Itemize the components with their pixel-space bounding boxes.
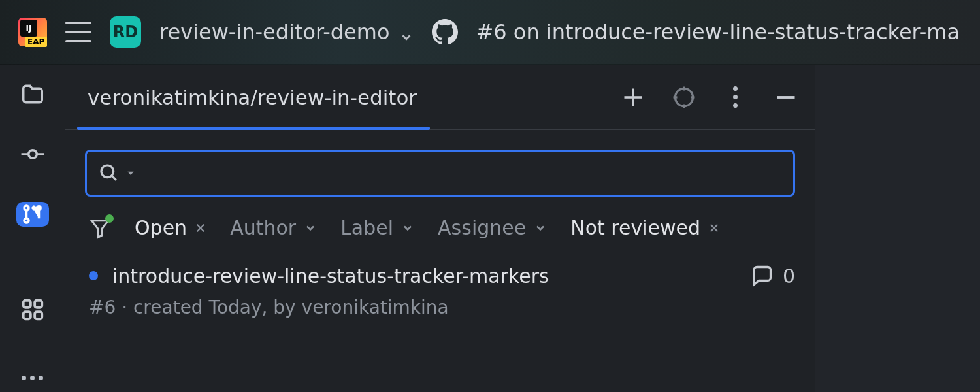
project-chip[interactable]: RD (110, 16, 141, 48)
new-pr-button[interactable] (621, 86, 645, 109)
pr-title: introduce-review-line-status-tracker-mar… (112, 265, 549, 287)
close-icon[interactable] (708, 222, 720, 234)
sidebar-project-tool[interactable] (16, 82, 49, 106)
close-icon[interactable] (195, 222, 206, 234)
pr-item[interactable]: introduce-review-line-status-tracker-mar… (89, 264, 795, 287)
minimize-panel-button[interactable] (774, 86, 798, 109)
search-wrap (65, 130, 815, 197)
pr-list: introduce-review-line-status-tracker-mar… (65, 239, 815, 318)
filter-open[interactable]: Open (135, 216, 206, 239)
app-icon: IJ EAP (18, 18, 47, 46)
chevron-down-icon (126, 169, 135, 178)
title-bar: IJ EAP RD review-in-editor-demo #6 on in… (0, 0, 980, 65)
filter-assignee-label: Assignee (438, 216, 526, 239)
search-icon (99, 163, 120, 184)
panel-header: veronikatimkina/review-in-editor (65, 65, 815, 130)
filter-author[interactable]: Author (230, 216, 317, 239)
sidebar-more[interactable] (16, 369, 49, 387)
svg-point-0 (28, 150, 37, 159)
search-input[interactable] (142, 163, 781, 184)
project-name-label: review-in-editor-demo (159, 20, 390, 44)
unread-dot-icon (89, 271, 98, 280)
filter-author-label: Author (230, 216, 296, 239)
main-menu-icon[interactable] (65, 22, 91, 42)
svg-rect-8 (35, 301, 42, 308)
filter-label[interactable]: Label (340, 216, 414, 239)
filter-icon[interactable] (89, 217, 111, 239)
panel-more-menu[interactable] (723, 86, 747, 109)
body: veronikatimkina/review-in-editor (0, 65, 980, 392)
pr-comments: 0 (750, 264, 795, 287)
main: veronikatimkina/review-in-editor (65, 65, 980, 392)
search-box[interactable] (85, 150, 795, 197)
svg-rect-10 (35, 312, 42, 319)
filter-not-reviewed[interactable]: Not reviewed (570, 216, 720, 239)
svg-marker-21 (127, 172, 133, 175)
svg-point-3 (24, 206, 29, 210)
tool-sidebar (0, 65, 65, 392)
pr-comments-count: 0 (783, 265, 795, 287)
app-icon-label: IJ (20, 20, 37, 37)
svg-rect-9 (23, 312, 30, 319)
filter-bar: Open Author Label Assignee Not reviewed (65, 197, 815, 239)
panel-tab-underline (77, 127, 430, 130)
editor-area (815, 65, 980, 392)
svg-point-6 (36, 205, 42, 211)
filter-open-label: Open (135, 216, 187, 239)
target-icon[interactable] (672, 86, 696, 109)
sidebar-commit-tool[interactable] (16, 142, 49, 167)
chevron-down-icon (401, 221, 414, 235)
filter-label-label: Label (340, 216, 393, 239)
project-selector[interactable]: review-in-editor-demo (159, 20, 414, 44)
svg-point-19 (101, 165, 114, 178)
sidebar-pull-requests-tool[interactable] (16, 202, 49, 227)
svg-point-13 (676, 88, 693, 106)
svg-marker-22 (91, 220, 108, 237)
comment-icon (750, 264, 774, 287)
chevron-down-icon (534, 221, 547, 235)
pr-subtitle: #6 · created Today, by veronikatimkina (89, 297, 795, 318)
chevron-down-icon (304, 221, 317, 235)
eap-badge: EAP (25, 37, 47, 47)
svg-point-4 (24, 218, 29, 223)
vcs-breadcrumb[interactable]: #6 on introduce-review-line-status-track… (476, 20, 960, 44)
github-icon (432, 19, 458, 45)
chevron-down-icon (399, 25, 414, 39)
filter-active-dot (105, 214, 114, 223)
svg-line-20 (112, 176, 116, 180)
panel-title[interactable]: veronikatimkina/review-in-editor (88, 86, 417, 109)
filter-assignee[interactable]: Assignee (438, 216, 547, 239)
sidebar-structure-tool[interactable] (16, 297, 49, 322)
svg-rect-7 (23, 301, 30, 308)
pr-panel: veronikatimkina/review-in-editor (65, 65, 815, 392)
filter-not-reviewed-label: Not reviewed (570, 216, 700, 239)
